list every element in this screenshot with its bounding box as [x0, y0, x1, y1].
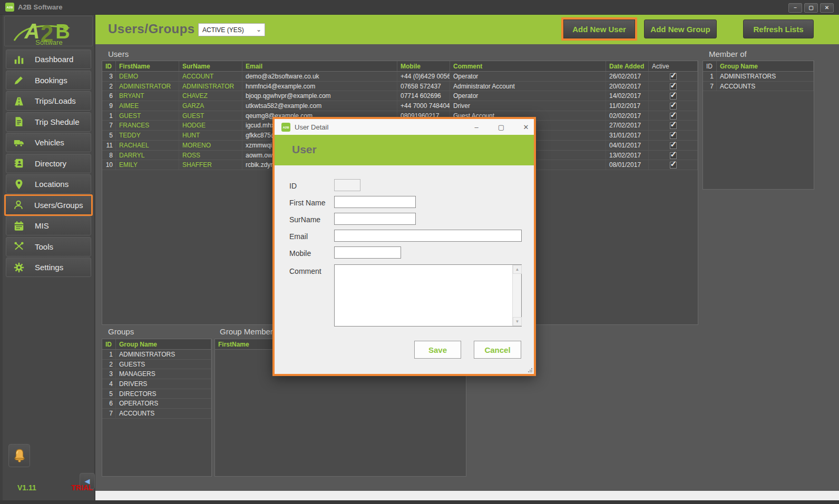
notifications-button[interactable] — [8, 444, 30, 467]
groups-column-header[interactable]: ID — [102, 339, 116, 349]
users-cell-active: ✓ — [649, 72, 698, 81]
active-checkbox[interactable]: ✓ — [670, 93, 677, 100]
groups-row[interactable]: 4DRIVERS — [102, 379, 211, 389]
dialog-minimize-icon[interactable]: – — [469, 122, 484, 132]
maximize-icon[interactable]: ▢ — [804, 3, 818, 13]
groups-row[interactable]: 2GUESTS — [102, 360, 211, 370]
refresh-lists-button[interactable]: Refresh Lists — [743, 19, 814, 38]
member-of-row[interactable]: 7ACCOUNTS — [703, 82, 814, 92]
groups-grid: IDGroup Name 1ADMINISTRATORS2GUESTS3MANA… — [102, 339, 212, 477]
dialog-maximize-icon[interactable]: ▢ — [493, 122, 509, 132]
users-cell-id: 9 — [102, 101, 116, 111]
active-checkbox[interactable]: ✓ — [670, 142, 677, 149]
users-column-header[interactable]: Active — [649, 61, 698, 71]
first-name-field[interactable] — [334, 196, 416, 208]
sidebar-item-bookings[interactable]: Bookings — [6, 71, 91, 90]
sidebar-item-dashboard[interactable]: Dashboard — [6, 50, 91, 69]
sidebar-item-label: Tools — [35, 242, 53, 251]
active-filter-dropdown[interactable]: ACTIVE (YES) ⌄ — [198, 23, 265, 36]
cancel-button[interactable]: Cancel — [474, 341, 521, 359]
sidebar-item-trip-shedule[interactable]: Trip Shedule — [6, 112, 91, 132]
sidebar-item-mis[interactable]: MIS — [6, 216, 91, 235]
users-cell-date: 27/02/2017 — [606, 121, 649, 130]
users-cell-first: ADMINISTRATOR — [116, 82, 179, 91]
id-field[interactable] — [334, 179, 360, 191]
resize-grip[interactable] — [528, 368, 533, 373]
active-checkbox[interactable]: ✓ — [670, 83, 677, 90]
groups-cell-id: 5 — [102, 389, 116, 399]
users-column-header[interactable]: Comment — [450, 61, 606, 71]
groups-cell-id: 3 — [102, 369, 116, 379]
users-column-header[interactable]: Mobile — [397, 61, 450, 71]
chevron-down-icon: ⌄ — [256, 26, 261, 33]
users-cell-id: 8 — [102, 151, 116, 160]
sidebar-item-settings[interactable]: Settings — [6, 258, 91, 277]
dialog-close-icon[interactable]: ✕ — [518, 122, 534, 132]
users-row[interactable]: 6BRYANTCHAVEZbjoqp.qgwhvpr@example.com07… — [102, 91, 698, 101]
svg-text:Software: Software — [35, 38, 62, 46]
sidebar-item-locations[interactable]: Locations — [6, 174, 91, 194]
users-column-header[interactable]: ID — [102, 61, 116, 71]
surname-field[interactable] — [334, 213, 416, 225]
groups-row[interactable]: 6OPERATORS — [102, 399, 211, 409]
email-field[interactable] — [334, 230, 522, 242]
active-checkbox[interactable]: ✓ — [670, 162, 677, 169]
minimize-icon[interactable]: – — [788, 3, 802, 13]
users-cell-sur: ACCOUNT — [179, 72, 242, 81]
active-checkbox[interactable]: ✓ — [670, 113, 677, 120]
users-cell-mobile: 07714 602696 — [397, 91, 450, 101]
groups-row[interactable]: 3MANAGERS — [102, 369, 211, 379]
users-cell-active: ✓ — [649, 141, 698, 150]
scroll-up-icon[interactable]: ▲ — [513, 265, 522, 274]
active-checkbox[interactable]: ✓ — [670, 73, 677, 80]
active-checkbox[interactable]: ✓ — [670, 152, 677, 159]
groups-column-header[interactable]: Group Name — [116, 339, 211, 349]
sidebar-item-label: Trips/Loads — [35, 96, 76, 105]
users-column-header[interactable]: SurName — [179, 61, 242, 71]
comment-scrollbar[interactable]: ▲ ▼ — [512, 265, 521, 326]
users-column-header[interactable]: Date Added — [606, 61, 649, 71]
users-row[interactable]: 2ADMINISTRATORADMINISTRATORhnmfnci4@exam… — [102, 82, 698, 92]
active-checkbox[interactable]: ✓ — [670, 132, 677, 139]
dialog-titlebar[interactable]: A2B User Detail – ▢ ✕ — [275, 119, 534, 135]
sidebar-item-vehicles[interactable]: Vehicles — [6, 133, 91, 152]
users-cell-mobile: +44 (0)6429 0056... — [397, 72, 450, 81]
users-row[interactable]: 9AIMEEGARZAutkwtsa582@example.com+44 700… — [102, 101, 698, 111]
groups-row[interactable]: 5DIRECTORS — [102, 389, 211, 399]
document-icon — [13, 115, 25, 128]
member-of-row[interactable]: 1ADMINISTRATORS — [703, 72, 814, 82]
road-icon — [13, 95, 25, 107]
dialog-title: User Detail — [295, 123, 328, 131]
users-column-header[interactable]: FirstName — [116, 61, 179, 71]
save-button[interactable]: Save — [414, 341, 461, 359]
groups-row[interactable]: 1ADMINISTRATORS — [102, 350, 211, 360]
active-checkbox[interactable]: ✓ — [670, 122, 677, 129]
users-row[interactable]: 3DEMOACCOUNTdemo@a2bsoftware.co.uk+44 (0… — [102, 72, 698, 82]
sidebar-item-label: Dashboard — [35, 55, 73, 64]
add-new-group-button[interactable]: Add New Group — [644, 19, 717, 38]
pencil-icon — [13, 74, 25, 86]
scroll-down-icon[interactable]: ▼ — [513, 317, 522, 326]
sidebar-item-directory[interactable]: Directory — [6, 154, 91, 173]
sidebar-item-tools[interactable]: Tools — [6, 237, 91, 256]
sidebar-item-trips-loads[interactable]: Trips/Loads — [6, 91, 91, 111]
users-cell-first: DEMO — [116, 72, 179, 81]
comment-field[interactable] — [335, 265, 512, 326]
users-cell-date: 13/02/2017 — [606, 151, 649, 160]
users-cell-mobile: 07658 572437 — [397, 82, 450, 91]
checkmark-icon: ✓ — [670, 141, 677, 149]
groups-row[interactable]: 7ACCOUNTS — [102, 409, 211, 419]
users-cell-sur: CHAVEZ — [179, 91, 242, 101]
member-of-column-header[interactable]: Group Name — [717, 61, 814, 71]
member-of-column-header[interactable]: ID — [703, 61, 717, 71]
close-icon[interactable]: ✕ — [820, 3, 834, 13]
groups-cell-id: 4 — [102, 379, 116, 389]
add-new-user-button[interactable]: Add New User — [563, 19, 635, 38]
users-cell-date: 26/02/2017 — [606, 72, 649, 81]
users-cell-first: BRYANT — [116, 91, 179, 101]
mobile-field[interactable] — [334, 246, 401, 259]
active-checkbox[interactable]: ✓ — [670, 103, 677, 110]
users-column-header[interactable]: Email — [242, 61, 397, 71]
sidebar-item-users-groups[interactable]: Users/Groups — [4, 194, 93, 216]
gear-icon — [13, 261, 25, 274]
